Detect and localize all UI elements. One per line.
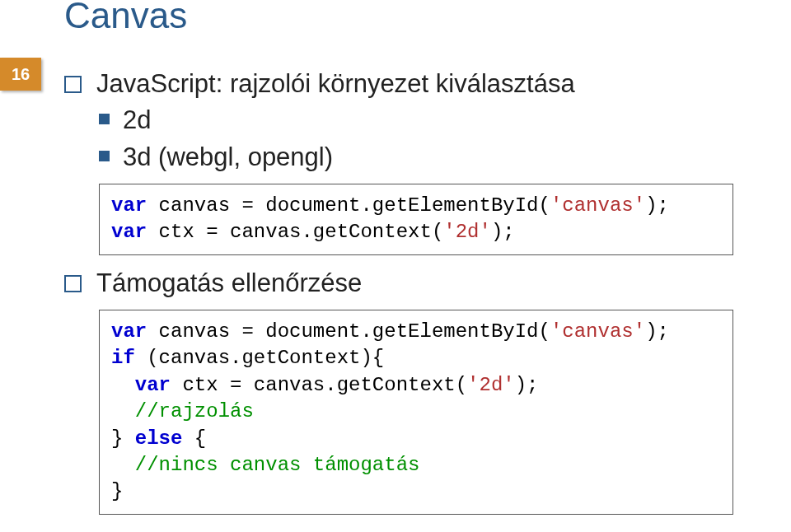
code-text: canvas = document.getElementById( xyxy=(147,194,550,217)
code-text: canvas = document.getElementById( xyxy=(147,320,550,343)
code-text xyxy=(111,454,135,476)
code-keyword: if xyxy=(111,347,135,369)
code-text: ); xyxy=(491,221,515,243)
code-block-1: var canvas = document.getElementById('ca… xyxy=(99,184,733,255)
code-keyword: var xyxy=(135,374,171,396)
code-keyword: var xyxy=(111,194,147,217)
code-text: { xyxy=(182,427,206,450)
code-block-2: var canvas = document.getElementById('ca… xyxy=(99,310,733,515)
bullet-main: JavaScript: rajzolói környezet kiválaszt… xyxy=(64,68,758,100)
code-text: ctx = canvas.getContext( xyxy=(147,221,443,243)
code-text xyxy=(111,400,135,422)
slide-title: Canvas xyxy=(64,0,187,36)
bullet-filled-square-icon xyxy=(99,114,110,124)
bullet-sub-3d: 3d (webgl, opengl) xyxy=(99,141,758,174)
code-text xyxy=(111,374,135,396)
bullet-support: Támogatás ellenőrzése xyxy=(64,267,758,300)
code-text: } xyxy=(111,480,123,502)
code-keyword: var xyxy=(111,221,147,243)
page-number-badge: 16 xyxy=(0,58,41,91)
code-string: '2d' xyxy=(467,374,515,396)
bullet-filled-square-icon xyxy=(99,151,110,161)
code-text: } xyxy=(111,427,135,450)
slide-content: JavaScript: rajzolói környezet kiválaszt… xyxy=(64,68,758,526)
code-comment: //rajzolás xyxy=(135,400,254,422)
bullet-support-text: Támogatás ellenőrzése xyxy=(96,267,362,300)
bullet-sub-2d: 2d xyxy=(99,104,758,137)
code-text: ); xyxy=(645,320,669,343)
bullet-sub2-text: 3d (webgl, opengl) xyxy=(123,141,333,174)
code-keyword: var xyxy=(111,320,147,343)
bullet-sub1-text: 2d xyxy=(123,104,151,137)
code-string: 'canvas' xyxy=(550,194,645,217)
code-text: ); xyxy=(645,194,669,217)
code-string: 'canvas' xyxy=(550,320,645,343)
code-keyword: else xyxy=(135,427,183,450)
code-string: '2d' xyxy=(443,221,491,243)
bullet-square-icon xyxy=(64,76,82,93)
code-text: ctx = canvas.getContext( xyxy=(171,374,467,396)
bullet-main-text: JavaScript: rajzolói környezet kiválaszt… xyxy=(96,68,575,100)
code-text: (canvas.getContext){ xyxy=(135,347,384,369)
code-text: ); xyxy=(515,374,539,396)
bullet-square-icon xyxy=(64,275,82,292)
code-comment: //nincs canvas támogatás xyxy=(135,454,420,476)
